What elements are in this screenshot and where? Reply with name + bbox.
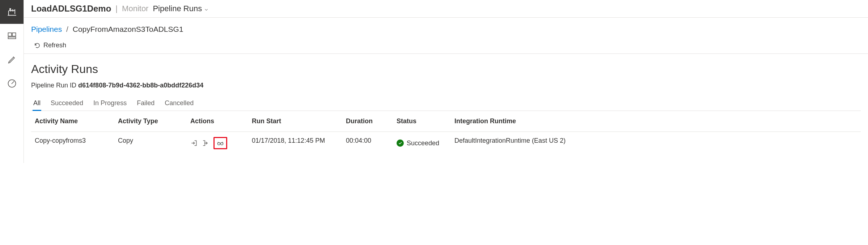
overview-icon xyxy=(7,31,17,41)
pencil-icon xyxy=(7,55,17,65)
sidebar-item-overview[interactable] xyxy=(0,24,24,48)
cell-activity-name: Copy-copyfroms3 xyxy=(35,137,118,149)
arrow-out-icon xyxy=(202,139,209,147)
sidebar-item-factory[interactable] xyxy=(0,0,24,24)
col-header-activity-name: Activity Name xyxy=(35,117,118,125)
cell-duration: 00:04:00 xyxy=(346,137,397,149)
sidebar xyxy=(0,0,24,163)
filter-tab-inprogress[interactable]: In Progress xyxy=(93,96,127,111)
status-success-icon xyxy=(397,139,404,147)
activity-runs-table: Activity Name Activity Type Actions Run … xyxy=(31,111,861,154)
col-header-activity-type: Activity Type xyxy=(118,117,190,125)
sidebar-item-author[interactable] xyxy=(0,48,24,72)
refresh-label: Refresh xyxy=(43,42,66,49)
table-header-row: Activity Name Activity Type Actions Run … xyxy=(31,111,861,132)
breadcrumb-current: CopyFromAmazonS3ToADLSG1 xyxy=(73,25,183,33)
col-header-run-start: Run Start xyxy=(252,117,346,125)
breadcrumb-separator: / xyxy=(66,25,68,33)
cell-integration-runtime: DefaultIntegrationRuntime (East US 2) xyxy=(454,137,857,149)
view-dropdown-label: Pipeline Runs xyxy=(153,4,202,13)
filter-tab-all[interactable]: All xyxy=(33,96,41,111)
refresh-button[interactable]: Refresh xyxy=(34,42,66,49)
action-output-icon[interactable] xyxy=(202,139,209,147)
action-details-icon[interactable] xyxy=(213,137,227,149)
resource-title: LoadADLSG1Demo xyxy=(31,4,111,14)
glasses-icon xyxy=(217,139,224,147)
breadcrumb: Pipelines / CopyFromAmazonS3ToADLSG1 xyxy=(24,18,868,37)
page-header: LoadADLSG1Demo | Monitor Pipeline Runs ⌵ xyxy=(24,0,868,18)
svg-rect-2 xyxy=(8,37,16,39)
content-area: Activity Runs Pipeline Run ID d614f808-7… xyxy=(24,54,868,163)
filter-tab-cancelled[interactable]: Cancelled xyxy=(164,96,194,111)
run-id-label: Pipeline Run ID xyxy=(31,82,76,89)
filter-tab-failed[interactable]: Failed xyxy=(136,96,155,111)
sidebar-item-monitor[interactable] xyxy=(0,72,24,95)
col-header-actions: Actions xyxy=(190,117,252,125)
run-id-line: Pipeline Run ID d614f808-7b9d-4362-bb8b-… xyxy=(31,82,861,89)
view-dropdown[interactable]: Pipeline Runs ⌵ xyxy=(153,4,208,13)
chevron-down-icon: ⌵ xyxy=(205,6,208,12)
filter-tabs: All Succeeded In Progress Failed Cancell… xyxy=(31,96,861,111)
filter-tab-succeeded[interactable]: Succeeded xyxy=(50,96,84,111)
header-section: Monitor xyxy=(122,4,148,13)
check-icon xyxy=(398,141,402,145)
breadcrumb-pipelines-link[interactable]: Pipelines xyxy=(31,25,62,33)
header-divider: | xyxy=(115,4,118,13)
table-row: Copy-copyfroms3 Copy xyxy=(31,132,861,154)
cell-status: Succeeded xyxy=(397,137,454,149)
status-text: Succeeded xyxy=(407,139,439,147)
gauge-icon xyxy=(7,78,17,89)
cell-run-start: 01/17/2018, 11:12:45 PM xyxy=(252,137,346,149)
arrow-in-icon xyxy=(190,139,198,147)
factory-icon xyxy=(7,7,17,17)
svg-rect-0 xyxy=(8,33,11,36)
action-input-icon[interactable] xyxy=(190,139,198,147)
toolbar: Refresh xyxy=(24,37,868,54)
refresh-icon xyxy=(34,42,41,49)
col-header-status: Status xyxy=(397,117,454,125)
cell-actions xyxy=(190,137,252,149)
cell-activity-type: Copy xyxy=(118,137,190,149)
col-header-duration: Duration xyxy=(346,117,397,125)
page-title: Activity Runs xyxy=(31,63,861,76)
run-id-value: d614f808-7b9d-4362-bb8b-a0bddf226d34 xyxy=(78,82,203,89)
main-content: LoadADLSG1Demo | Monitor Pipeline Runs ⌵… xyxy=(24,0,868,163)
svg-rect-1 xyxy=(12,33,16,36)
col-header-runtime: Integration Runtime xyxy=(454,117,857,125)
